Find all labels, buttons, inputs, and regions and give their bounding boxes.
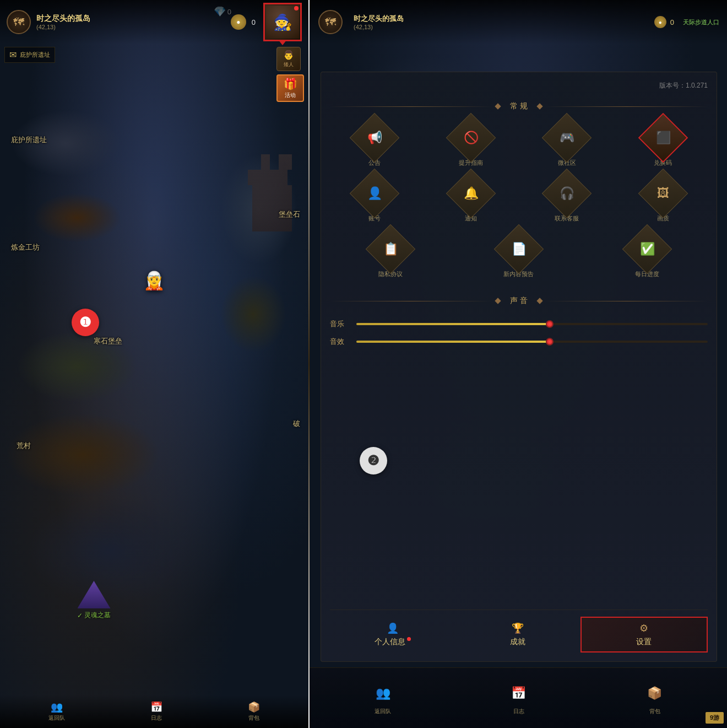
left-header: 🗺 时之尽头的孤岛 (42,13) ● 0 🧙 (0, 0, 308, 44)
customer-service-icon: 🎧 (560, 186, 574, 201)
redeem-diamond: ⬛ (638, 113, 688, 163)
sound-divider-line-left (330, 301, 492, 301)
tab-log[interactable]: 📅 日志 (502, 681, 535, 715)
icon-quality[interactable]: 🖼 画质 (619, 176, 708, 223)
icon-announcement[interactable]: 📢 公告 (330, 120, 420, 167)
right-coin-count: 0 (670, 18, 674, 26)
coin-icon-left: ● (231, 14, 246, 30)
nav-inventory[interactable]: 📦 背包 (248, 701, 260, 722)
account-icon: 👤 (367, 186, 382, 201)
tab-inventory-icon: 📦 (643, 681, 667, 705)
community-diamond: 🎮 (542, 113, 592, 163)
team-icon: 👥 (51, 701, 63, 713)
inventory-label: 背包 (248, 714, 259, 722)
icon-daily-progress[interactable]: ✅ 每日进度 (586, 231, 708, 278)
left-location-name: 时之尽头的孤岛 (36, 14, 231, 24)
character-portrait[interactable]: 🧙 (263, 3, 302, 41)
right-header: 🗺 时之尽头的孤岛 (42,13) ● 0 天际步道人口 (310, 0, 727, 44)
dwarf-icon: 👨 (283, 50, 294, 60)
daily-progress-icon: ✅ (639, 242, 654, 256)
preview-icon: 📄 (511, 242, 526, 256)
tab-team[interactable]: 👥 返回队 (366, 681, 399, 715)
music-slider-track[interactable] (356, 323, 708, 325)
icon-account[interactable]: 👤 账号 (330, 176, 420, 223)
community-icon: 🎮 (560, 131, 574, 145)
achievement-icon: 🏆 (459, 622, 576, 634)
left-background (0, 0, 308, 728)
steps-label: 天际步道人口 (683, 18, 719, 26)
sfx-slider-row: 音效 (330, 337, 708, 347)
version-text: 版本号：1.0.271 (330, 81, 708, 90)
left-bottom-nav: 👥 返回队 📅 日志 📦 背包 (0, 695, 308, 728)
daily-progress-diamond: ✅ (622, 224, 672, 274)
divider-line-right (545, 106, 708, 107)
activity-label: 活动 (285, 91, 296, 99)
quest-indicator[interactable]: ✉ 庇护所遗址 (4, 47, 55, 63)
icon-upgrade-guide[interactable]: 🚫 提升指南 (426, 120, 516, 167)
activity-button[interactable]: 🎁 活动 (276, 74, 304, 102)
annotation-2: ❷ (360, 447, 387, 474)
icon-redeem-code[interactable]: ⬛ 兑换码 (619, 120, 708, 167)
right-panel: 🗺 时之尽头的孤岛 (42,13) ● 0 天际步道人口 版本号：1.0.271… (310, 0, 727, 728)
divider-diamond-left (495, 103, 501, 109)
right-location-name: 时之尽头的孤岛 (354, 14, 404, 24)
icon-preview[interactable]: 📄 新内容预告 (458, 231, 580, 278)
sfx-slider-fill (356, 341, 550, 343)
settings-button[interactable]: ⚙ 设置 (580, 617, 708, 652)
icon-community[interactable]: 🎮 微社区 (522, 120, 612, 167)
map-icon[interactable]: 🗺 (7, 10, 31, 34)
personal-info-dot (407, 637, 411, 641)
icon-customer-service[interactable]: 🎧 联系客服 (522, 176, 612, 223)
annotation-1: ❶ (72, 309, 99, 336)
upgrade-icon: 🚫 (463, 131, 478, 145)
left-location-coords: (42,13) (36, 24, 231, 30)
quest-icon: ✉ (9, 50, 17, 60)
log-icon: 📅 (150, 701, 162, 713)
watermark: 9游 (706, 712, 724, 724)
activity-icon: 🎁 (284, 77, 297, 90)
privacy-diamond: 📋 (366, 224, 416, 274)
right-bottom-tabs: 👥 返回队 📅 日志 📦 背包 (310, 667, 727, 728)
personal-info-label: 个人信息 (375, 637, 411, 646)
tab-inventory-label: 背包 (649, 708, 660, 715)
announcement-diamond: 📢 (350, 113, 400, 163)
notification-diamond: 🔔 (446, 169, 496, 219)
settings-label: 设置 (636, 637, 652, 646)
sound-divider-diamond-right (536, 298, 542, 304)
left-toolbar: 👨 矮人 🎁 活动 (276, 47, 304, 102)
divider-line-left (330, 106, 492, 107)
tab-inventory[interactable]: 📦 背包 (638, 681, 671, 715)
portrait-image: 🧙 (266, 6, 299, 39)
tab-log-icon: 📅 (507, 681, 531, 705)
achievement-button[interactable]: 🏆 成就 (455, 618, 580, 651)
right-map-icon[interactable]: 🗺 (318, 10, 343, 34)
music-label: 音乐 (330, 319, 350, 329)
customer-service-diamond: 🎧 (542, 169, 592, 219)
notification-icon: 🔔 (463, 186, 478, 201)
dwarf-button[interactable]: 👨 矮人 (276, 47, 301, 71)
music-slider-fill (356, 323, 550, 325)
sound-divider-line-right (545, 301, 708, 301)
personal-info-button[interactable]: 👤 个人信息 (330, 618, 455, 651)
nav-log[interactable]: 📅 日志 (150, 701, 162, 722)
log-label: 日志 (151, 714, 162, 722)
sfx-slider-track[interactable] (356, 341, 708, 343)
settings-panel: 版本号：1.0.271 常 规 📢 公告 🚫 提升指南 (321, 72, 717, 662)
redeem-icon: ⬛ (655, 131, 670, 145)
nav-team[interactable]: 👥 返回队 (48, 701, 65, 722)
settings-bottom-buttons: 👤 个人信息 🏆 成就 ⚙ 设置 (330, 610, 708, 652)
quality-icon: 🖼 (657, 186, 669, 201)
right-location: 时之尽头的孤岛 (42,13) (354, 14, 404, 30)
sound-section-title: 声 音 (503, 296, 534, 306)
icon-notification[interactable]: 🔔 通知 (426, 176, 516, 223)
icon-privacy[interactable]: 📋 隐私协议 (330, 231, 452, 278)
general-section-title: 常 规 (503, 101, 534, 111)
tab-log-label: 日志 (513, 708, 524, 715)
icon-grid-row3: 📋 隐私协议 📄 新内容预告 ✅ 每日进度 (330, 231, 708, 278)
settings-icon: ⚙ (586, 622, 702, 634)
divider-diamond-right (536, 103, 542, 109)
right-header-coins: ● 0 天际步道人口 (654, 16, 719, 28)
sound-section: 音乐 音效 (330, 319, 708, 354)
quest-label: 庇护所遗址 (20, 51, 50, 59)
right-location-coords: (42,13) (354, 24, 404, 30)
